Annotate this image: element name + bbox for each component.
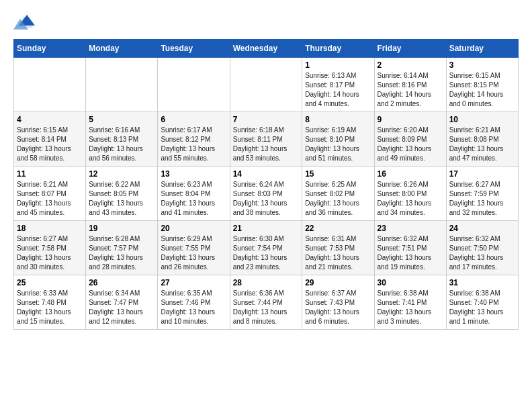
day-info: Sunrise: 6:33 AM Sunset: 7:48 PM Dayligh… [17,289,83,326]
day-info: Sunrise: 6:25 AM Sunset: 8:02 PM Dayligh… [305,180,371,218]
day-info: Sunrise: 6:36 AM Sunset: 7:44 PM Dayligh… [233,289,300,326]
day-info: Sunrise: 6:27 AM Sunset: 7:59 PM Dayligh… [449,180,515,218]
calendar-cell: 29Sunrise: 6:37 AM Sunset: 7:43 PM Dayli… [302,275,374,330]
calendar-cell: 11Sunrise: 6:21 AM Sunset: 8:07 PM Dayli… [14,167,86,221]
day-number: 4 [17,115,83,124]
weekday-header-wednesday: Wednesday [230,40,302,58]
day-number: 8 [305,115,371,124]
calendar-cell: 31Sunrise: 6:38 AM Sunset: 7:40 PM Dayli… [446,275,518,330]
day-info: Sunrise: 6:13 AM Sunset: 8:17 PM Dayligh… [305,71,371,109]
calendar-cell: 1Sunrise: 6:13 AM Sunset: 8:17 PM Daylig… [302,58,374,112]
calendar-cell: 30Sunrise: 6:38 AM Sunset: 7:41 PM Dayli… [374,275,446,330]
calendar-cell: 21Sunrise: 6:30 AM Sunset: 7:54 PM Dayli… [230,221,302,275]
day-info: Sunrise: 6:30 AM Sunset: 7:54 PM Dayligh… [233,234,300,272]
calendar-cell: 28Sunrise: 6:36 AM Sunset: 7:44 PM Dayli… [230,275,302,330]
day-info: Sunrise: 6:32 AM Sunset: 7:51 PM Dayligh… [378,234,443,272]
calendar-cell: 2Sunrise: 6:14 AM Sunset: 8:16 PM Daylig… [374,58,446,112]
calendar-cell [14,58,86,112]
day-info: Sunrise: 6:19 AM Sunset: 8:10 PM Dayligh… [305,126,371,163]
day-number: 5 [89,115,154,124]
calendar-cell: 17Sunrise: 6:27 AM Sunset: 7:59 PM Dayli… [446,167,518,221]
calendar-cell: 18Sunrise: 6:27 AM Sunset: 7:58 PM Dayli… [14,221,86,275]
calendar-cell: 20Sunrise: 6:29 AM Sunset: 7:55 PM Dayli… [158,221,230,275]
day-info: Sunrise: 6:37 AM Sunset: 7:43 PM Dayligh… [305,289,371,326]
day-info: Sunrise: 6:16 AM Sunset: 8:13 PM Dayligh… [89,126,154,163]
day-number: 17 [449,169,515,179]
day-info: Sunrise: 6:38 AM Sunset: 7:41 PM Dayligh… [378,289,443,326]
weekday-header-saturday: Saturday [446,40,518,58]
day-info: Sunrise: 6:32 AM Sunset: 7:50 PM Dayligh… [449,234,515,272]
day-number: 2 [378,60,443,70]
day-number: 15 [305,169,371,179]
logo [13,13,36,32]
calendar-cell: 26Sunrise: 6:34 AM Sunset: 7:47 PM Dayli… [86,275,158,330]
day-info: Sunrise: 6:17 AM Sunset: 8:12 PM Dayligh… [161,126,226,163]
logo-icon [13,13,35,32]
page-header [13,13,519,32]
day-number: 31 [449,278,515,287]
calendar-cell: 8Sunrise: 6:19 AM Sunset: 8:10 PM Daylig… [302,112,374,167]
day-number: 9 [378,115,443,124]
calendar-cell: 15Sunrise: 6:25 AM Sunset: 8:02 PM Dayli… [302,167,374,221]
calendar-cell [230,58,302,112]
day-number: 26 [89,278,154,287]
day-number: 28 [233,278,300,287]
day-number: 29 [305,278,371,287]
day-info: Sunrise: 6:18 AM Sunset: 8:11 PM Dayligh… [233,126,300,163]
calendar-week-row: 4Sunrise: 6:15 AM Sunset: 8:14 PM Daylig… [14,112,519,167]
day-number: 14 [233,169,300,179]
day-info: Sunrise: 6:15 AM Sunset: 8:15 PM Dayligh… [449,71,515,109]
day-info: Sunrise: 6:24 AM Sunset: 8:03 PM Dayligh… [233,180,300,218]
day-info: Sunrise: 6:21 AM Sunset: 8:08 PM Dayligh… [449,126,515,163]
day-number: 19 [89,224,154,233]
calendar-cell: 12Sunrise: 6:22 AM Sunset: 8:05 PM Dayli… [86,167,158,221]
day-number: 12 [89,169,154,179]
day-number: 1 [305,60,371,70]
calendar-cell: 19Sunrise: 6:28 AM Sunset: 7:57 PM Dayli… [86,221,158,275]
calendar-cell: 9Sunrise: 6:20 AM Sunset: 8:09 PM Daylig… [374,112,446,167]
calendar-cell: 23Sunrise: 6:32 AM Sunset: 7:51 PM Dayli… [374,221,446,275]
day-info: Sunrise: 6:23 AM Sunset: 8:04 PM Dayligh… [161,180,226,218]
day-info: Sunrise: 6:31 AM Sunset: 7:53 PM Dayligh… [305,234,371,272]
day-number: 11 [17,169,83,179]
day-info: Sunrise: 6:34 AM Sunset: 7:47 PM Dayligh… [89,289,154,326]
day-info: Sunrise: 6:26 AM Sunset: 8:00 PM Dayligh… [378,180,443,218]
calendar-cell: 10Sunrise: 6:21 AM Sunset: 8:08 PM Dayli… [446,112,518,167]
day-number: 22 [305,224,371,233]
day-number: 3 [449,60,515,70]
day-number: 7 [233,115,300,124]
calendar-week-row: 1Sunrise: 6:13 AM Sunset: 8:17 PM Daylig… [14,58,519,112]
calendar-cell: 14Sunrise: 6:24 AM Sunset: 8:03 PM Dayli… [230,167,302,221]
weekday-header-thursday: Thursday [302,40,374,58]
calendar-week-row: 11Sunrise: 6:21 AM Sunset: 8:07 PM Dayli… [14,167,519,221]
weekday-header-tuesday: Tuesday [158,40,230,58]
day-number: 25 [17,278,83,287]
weekday-header-monday: Monday [86,40,158,58]
day-info: Sunrise: 6:27 AM Sunset: 7:58 PM Dayligh… [17,234,83,272]
day-info: Sunrise: 6:38 AM Sunset: 7:40 PM Dayligh… [449,289,515,326]
day-info: Sunrise: 6:35 AM Sunset: 7:46 PM Dayligh… [161,289,226,326]
calendar-header-row: SundayMondayTuesdayWednesdayThursdayFrid… [14,40,519,58]
day-number: 27 [161,278,226,287]
day-info: Sunrise: 6:14 AM Sunset: 8:16 PM Dayligh… [378,71,443,109]
day-number: 21 [233,224,300,233]
day-info: Sunrise: 6:15 AM Sunset: 8:14 PM Dayligh… [17,126,83,163]
day-info: Sunrise: 6:28 AM Sunset: 7:57 PM Dayligh… [89,234,154,272]
calendar-cell: 5Sunrise: 6:16 AM Sunset: 8:13 PM Daylig… [86,112,158,167]
day-number: 30 [378,278,443,287]
day-number: 24 [449,224,515,233]
day-number: 23 [378,224,443,233]
day-number: 13 [161,169,226,179]
calendar-cell [158,58,230,112]
day-number: 10 [449,115,515,124]
weekday-header-sunday: Sunday [14,40,86,58]
day-info: Sunrise: 6:22 AM Sunset: 8:05 PM Dayligh… [89,180,154,218]
calendar-cell: 27Sunrise: 6:35 AM Sunset: 7:46 PM Dayli… [158,275,230,330]
weekday-header-friday: Friday [374,40,446,58]
calendar-cell: 25Sunrise: 6:33 AM Sunset: 7:48 PM Dayli… [14,275,86,330]
calendar-cell: 3Sunrise: 6:15 AM Sunset: 8:15 PM Daylig… [446,58,518,112]
calendar-table: SundayMondayTuesdayWednesdayThursdayFrid… [13,39,519,330]
day-info: Sunrise: 6:20 AM Sunset: 8:09 PM Dayligh… [378,126,443,163]
day-info: Sunrise: 6:21 AM Sunset: 8:07 PM Dayligh… [17,180,83,218]
calendar-cell: 13Sunrise: 6:23 AM Sunset: 8:04 PM Dayli… [158,167,230,221]
